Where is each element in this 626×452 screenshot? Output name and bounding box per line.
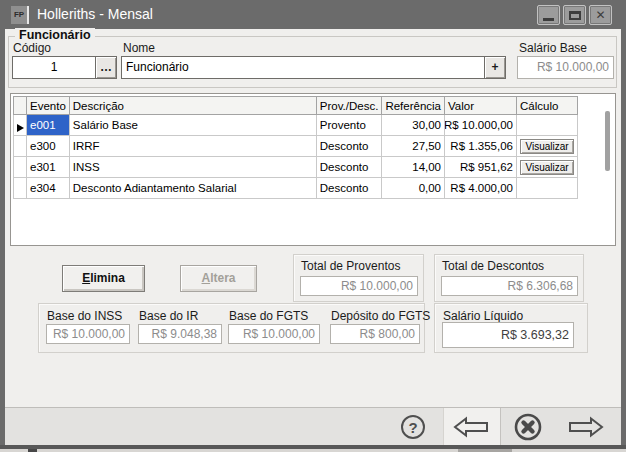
visualizar-button[interactable]: Visualizar (520, 160, 574, 175)
salario-base-label: Salário Base (519, 41, 587, 55)
minimize-icon (543, 18, 554, 21)
deposito-fgts-label: Depósito do FGTS (331, 309, 430, 323)
cell-valor[interactable]: R$ 951,62 (445, 157, 517, 178)
cell-evento[interactable]: e301 (27, 157, 70, 178)
codigo-value[interactable]: 1 (13, 57, 95, 78)
cell-evento[interactable]: e001 (27, 115, 70, 136)
table-row: e304 Desconto Adiantamento Salarial Desc… (14, 178, 578, 199)
cancel-button[interactable] (514, 413, 542, 441)
cell-valor[interactable]: R$ 1.355,06 (445, 136, 517, 157)
nome-label: Nome (123, 41, 155, 55)
cell-calculo: Visualizar (517, 157, 578, 178)
cell-referencia[interactable]: 14,00 (382, 157, 445, 178)
col-valor: Valor (445, 97, 517, 115)
col-referencia: Referência (382, 97, 445, 115)
bases-panel: Base do INSS R$ 10.000,00 Base do IR R$ … (38, 303, 425, 353)
cell-tipo[interactable]: Desconto (316, 178, 382, 199)
nome-value[interactable]: Funcionário (122, 57, 484, 78)
cell-evento[interactable]: e304 (27, 178, 70, 199)
cell-valor-text: R$ 4.000,00 (450, 178, 513, 199)
table-row: e001 Salário Base Provento 30,00 R$ 10.0… (14, 115, 578, 136)
cell-referencia[interactable]: 0,00 (382, 178, 445, 199)
nome-field[interactable]: Funcionário + (121, 56, 506, 79)
cell-valor-text: R$ 10.000,00 (445, 115, 514, 136)
elimina-button[interactable]: Elimina (62, 265, 145, 292)
col-evento: Evento (27, 97, 70, 115)
cell-referencia[interactable]: 27,50 (382, 136, 445, 157)
total-proventos-label: Total de Proventos (301, 259, 400, 273)
close-icon: ✕ (595, 6, 605, 24)
base-ir-field: R$ 9.048,38 (138, 324, 222, 344)
cell-tipo[interactable]: Desconto (316, 136, 382, 157)
titlebar: FP Holleriths - Mensal ✕ (0, 0, 626, 29)
total-descontos-field: R$ 6.306,68 (441, 276, 578, 296)
codigo-field[interactable]: 1 … (12, 56, 117, 79)
salario-base-field: R$ 10.000,00 (517, 56, 614, 79)
cell-tipo[interactable]: Provento (316, 115, 382, 136)
window-title: Holleriths - Mensal (37, 0, 153, 29)
altera-key: A (201, 271, 210, 285)
help-button[interactable]: ? (401, 415, 425, 439)
row-indicator (14, 136, 27, 157)
back-arrow-button[interactable] (453, 416, 489, 438)
current-row-indicator (14, 115, 27, 136)
cell-valor[interactable]: R$ 10.000,00 (445, 115, 517, 136)
codigo-label: Código (13, 41, 51, 55)
row-indicator (14, 157, 27, 178)
cell-valor[interactable]: R$ 4.000,00 (445, 178, 517, 199)
cell-evento[interactable]: e300 (27, 136, 70, 157)
app-window: FP Holleriths - Mensal ✕ Funcionário Cód… (0, 0, 626, 452)
base-fgts-field: R$ 10.000,00 (228, 324, 320, 344)
col-descricao: Descrição (69, 97, 316, 115)
cell-valor-text: R$ 1.355,06 (450, 136, 513, 157)
close-button[interactable]: ✕ (589, 5, 612, 25)
back-arrow-icon (455, 419, 487, 436)
altera-rest: ltera (210, 271, 235, 285)
total-descontos-panel: Total de Descontos R$ 6.306,68 (434, 254, 584, 302)
plus-icon: + (491, 60, 498, 74)
cell-tipo[interactable]: Desconto (316, 157, 382, 178)
base-inss-field: R$ 10.000,00 (46, 324, 130, 344)
cell-descricao[interactable]: INSS (69, 157, 316, 178)
deposito-fgts-field: R$ 800,00 (330, 324, 420, 344)
minimize-button[interactable] (537, 5, 560, 25)
cell-calculo: Visualizar (517, 136, 578, 157)
eventos-grid: Evento Descrição Prov./Desc. Referência … (10, 93, 616, 246)
table-row: e300 IRRF Desconto 27,50 R$ 1.355,06 Vis… (14, 136, 578, 157)
row-indicator (14, 178, 27, 199)
cell-descricao[interactable]: IRRF (69, 136, 316, 157)
row-arrow-icon (17, 124, 24, 132)
grid-header-row: Evento Descrição Prov./Desc. Referência … (14, 97, 578, 115)
col-prov-desc: Prov./Desc. (316, 97, 382, 115)
ellipsis-icon: … (100, 60, 112, 74)
cell-descricao[interactable]: Salário Base (69, 115, 316, 136)
total-proventos-field: R$ 10.000,00 (300, 276, 418, 296)
base-fgts-label: Base do FGTS (229, 309, 308, 323)
forward-arrow-button[interactable] (568, 416, 604, 438)
salario-liquido-panel: Salário Líquido R$ 3.693,32 (434, 303, 588, 353)
maximize-icon (569, 11, 581, 20)
visualizar-button[interactable]: Visualizar (520, 139, 574, 154)
cell-referencia[interactable]: 30,00 (382, 115, 445, 136)
app-icon: FP (11, 6, 29, 24)
cell-calculo[interactable] (517, 178, 578, 199)
add-button[interactable]: + (484, 57, 505, 78)
maximize-button[interactable] (563, 5, 586, 25)
cell-valor-text: R$ 951,62 (460, 157, 513, 178)
elimina-key: E (82, 271, 90, 285)
grid-scrollbar[interactable] (605, 111, 610, 171)
browse-button[interactable]: … (95, 57, 116, 78)
cell-descricao[interactable]: Desconto Adiantamento Salarial (69, 178, 316, 199)
total-descontos-label: Total de Descontos (442, 259, 544, 273)
salario-liquido-label: Salário Líquido (443, 309, 523, 323)
footer-toolbar: ? (5, 407, 621, 445)
help-icon: ? (408, 419, 417, 436)
cell-calculo[interactable] (517, 115, 578, 136)
altera-button: Altera (180, 265, 257, 292)
funcionario-legend: Funcionário (15, 28, 95, 42)
base-ir-label: Base do IR (139, 309, 198, 323)
total-proventos-panel: Total de Proventos R$ 10.000,00 (293, 254, 424, 302)
table-row: e301 INSS Desconto 14,00 R$ 951,62 Visua… (14, 157, 578, 178)
forward-arrow-icon (570, 419, 602, 436)
salario-liquido-field: R$ 3.693,32 (442, 322, 574, 348)
